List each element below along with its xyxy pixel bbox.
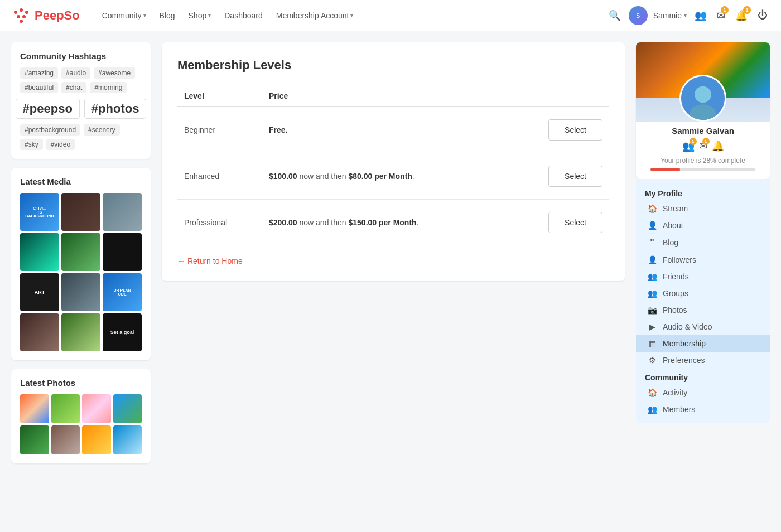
camera-icon: 📷 — [647, 306, 657, 315]
photo-thumb[interactable] — [82, 394, 111, 423]
members-icon: 👥 — [647, 405, 657, 414]
select-enhanced-button[interactable]: Select — [548, 166, 602, 187]
media-thumb[interactable] — [61, 313, 100, 351]
photo-thumb[interactable] — [51, 425, 80, 454]
power-button[interactable]: ⏻ — [755, 7, 770, 23]
profile-avatar-wrap — [636, 75, 770, 122]
media-thumb[interactable] — [103, 233, 142, 271]
photos-grid — [20, 394, 142, 454]
nav-activity[interactable]: 🏠 Activity — [636, 384, 770, 401]
nav-groups[interactable]: 👥 Groups — [636, 285, 770, 302]
header-actions: 🔍 S Sammie ▾ 👥 ✉ 1 🔔 1 ⏻ — [606, 6, 770, 25]
latest-photos-title: Latest Photos — [20, 378, 142, 388]
nav-preferences[interactable]: ⚙ Preferences — [636, 352, 770, 369]
chevron-down-icon: ▾ — [143, 12, 146, 18]
media-thumb[interactable] — [20, 313, 59, 351]
svg-point-0 — [14, 11, 17, 14]
user-menu[interactable]: Sammie ▾ — [653, 11, 687, 20]
latest-media-card: Latest Media CTIVI...TS BACKGROUND ART U… — [11, 168, 151, 360]
media-thumb[interactable] — [103, 193, 142, 231]
photo-thumb[interactable] — [20, 425, 49, 454]
hashtag-scenery[interactable]: #scenery — [84, 124, 120, 136]
media-thumb[interactable] — [20, 233, 59, 271]
hashtag-morning[interactable]: #morning — [90, 82, 127, 93]
search-button[interactable]: 🔍 — [606, 7, 623, 24]
photo-thumb[interactable] — [82, 425, 111, 454]
photo-thumb[interactable] — [113, 425, 142, 454]
left-sidebar: Community Hashtags #amazing #audio #awes… — [11, 42, 151, 463]
hashtag-awesome[interactable]: #awesome — [94, 67, 135, 79]
svg-point-5 — [20, 20, 23, 23]
return-home-link[interactable]: ← Return to Home — [177, 257, 243, 265]
hashtag-postbackground[interactable]: #postbackground — [20, 124, 80, 136]
hashtag-photos[interactable]: #photos — [84, 99, 147, 119]
messages-badge: 1 — [721, 6, 729, 14]
chevron-down-icon: ▾ — [684, 12, 687, 18]
photo-thumb[interactable] — [20, 394, 49, 423]
photo-thumb[interactable] — [113, 394, 142, 423]
media-thumb[interactable]: UR PLANODE — [103, 273, 142, 311]
nav-audio-video[interactable]: ▶ Audio & Video — [636, 318, 770, 335]
community-section-label: Community — [636, 369, 770, 384]
hashtag-chat[interactable]: #chat — [61, 82, 86, 93]
nav-membership-account[interactable]: Membership Account ▾ — [271, 8, 359, 23]
profile-notifications-button[interactable]: 🔔 — [712, 140, 724, 152]
profile-card: Sammie Galvan 👥 1 ✉ 1 🔔 Your profile is … — [636, 42, 770, 179]
profile-friends-button[interactable]: 👥 1 — [682, 140, 695, 152]
activity-icon: 🏠 — [647, 388, 657, 397]
home-icon: 🏠 — [647, 204, 657, 213]
friends-button[interactable]: 👥 — [692, 7, 709, 24]
notifications-button[interactable]: 🔔 1 — [733, 7, 750, 24]
hashtag-audio[interactable]: #audio — [61, 67, 90, 79]
logo-link[interactable]: PeepSo — [11, 6, 80, 26]
media-thumb[interactable] — [61, 233, 100, 271]
media-thumb[interactable]: ART — [20, 273, 59, 311]
nav-blog[interactable]: Blog — [154, 8, 181, 23]
progress-bar-fill — [650, 168, 680, 171]
nav-community[interactable]: Community ▾ — [97, 8, 152, 23]
nav-blog[interactable]: " Blog — [636, 234, 770, 252]
nav-membership[interactable]: ▦ Membership — [636, 335, 770, 352]
nav-shop[interactable]: Shop ▾ — [183, 8, 217, 23]
my-profile-section-label: My Profile — [636, 185, 770, 200]
profile-name: Sammie Galvan — [645, 126, 761, 136]
avatar — [679, 75, 726, 122]
level-professional: Professional — [177, 200, 262, 246]
level-beginner: Beginner — [177, 107, 262, 153]
hashtag-peepso[interactable]: #peepso — [16, 99, 80, 119]
select-beginner-button[interactable]: Select — [548, 119, 602, 141]
table-row: Professional $200.00 now and then $150.0… — [177, 200, 609, 246]
membership-icon: ▦ — [647, 339, 657, 348]
notifications-badge: 1 — [743, 6, 751, 14]
profile-complete-text: Your profile is 28% complete — [645, 157, 761, 165]
media-thumb[interactable]: CTIVI...TS BACKGROUND — [20, 193, 59, 231]
table-row: Beginner Free. Select — [177, 107, 609, 153]
media-thumb[interactable] — [61, 273, 100, 311]
hashtag-video[interactable]: #video — [46, 139, 75, 150]
nav-about[interactable]: 👤 About — [636, 217, 770, 234]
messages-button[interactable]: ✉ 1 — [715, 7, 727, 24]
messages-badge: 1 — [702, 138, 710, 145]
membership-card: Membership Levels Level Price Beginner F… — [162, 42, 625, 281]
select-professional-button[interactable]: Select — [548, 212, 602, 233]
hashtag-beautiful[interactable]: #beautiful — [20, 82, 58, 93]
nav-friends[interactable]: 👥 Friends — [636, 268, 770, 285]
avatar: S — [629, 6, 648, 25]
svg-point-1 — [20, 8, 23, 12]
nav-members[interactable]: 👥 Members — [636, 401, 770, 418]
hashtag-sky[interactable]: #sky — [20, 139, 43, 150]
nav-photos[interactable]: 📷 Photos — [636, 302, 770, 318]
nav-followers[interactable]: 👤 Followers — [636, 252, 770, 268]
level-enhanced: Enhanced — [177, 153, 262, 200]
media-thumb[interactable]: Set a goal — [103, 313, 142, 351]
logo-text: PeepSo — [35, 8, 80, 23]
nav-dashboard[interactable]: Dashboard — [219, 8, 268, 23]
nav-stream[interactable]: 🏠 Stream — [636, 200, 770, 217]
page-layout: Community Hashtags #amazing #audio #awes… — [0, 31, 781, 475]
media-thumb[interactable] — [61, 193, 100, 231]
photo-thumb[interactable] — [51, 394, 80, 423]
hashtag-amazing[interactable]: #amazing — [20, 67, 58, 79]
col-level: Level — [177, 86, 262, 107]
profile-messages-button[interactable]: ✉ 1 — [699, 140, 707, 152]
latest-media-title: Latest Media — [20, 177, 142, 186]
